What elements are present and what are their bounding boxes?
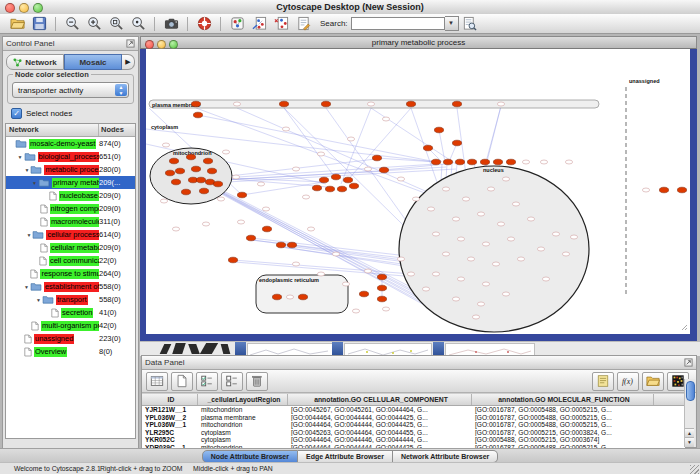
tree-row-biological-process[interactable]: ▼biological_process651(0) (6, 150, 135, 163)
col-id[interactable]: ID (142, 394, 198, 405)
graph-node-highlighted[interactable] (325, 186, 334, 192)
minimize-window-button[interactable] (19, 3, 29, 13)
cell-region[interactable]: cytoplasm (198, 429, 288, 437)
graph-node-unselected[interactable] (502, 292, 509, 296)
tree-row-overview[interactable]: Overview8(0) (6, 345, 135, 358)
graph-node-highlighted[interactable] (337, 186, 346, 192)
cell-id[interactable]: YJR121W__1 (142, 406, 198, 414)
cell-region[interactable]: cytoplasm (198, 436, 288, 444)
cell-go-component[interactable]: [GO:0045267, GO:0045261, GO:0044464, G..… (288, 406, 472, 414)
expand-triangle-icon[interactable]: ▼ (23, 167, 30, 173)
graph-node-unselected[interactable] (257, 182, 264, 186)
graph-node-unselected[interactable] (347, 137, 354, 141)
graph-node-unselected[interactable] (222, 150, 229, 154)
graph-node-highlighted[interactable] (331, 174, 340, 180)
graph-node-unselected[interactable] (642, 188, 649, 192)
select-all-attributes-icon[interactable] (196, 372, 218, 391)
graph-node-highlighted[interactable] (165, 170, 174, 176)
tab-mosaic[interactable]: Mosaic (64, 54, 122, 70)
graph-node-unselected[interactable] (382, 117, 389, 121)
graph-node-highlighted[interactable] (480, 159, 489, 165)
expand-triangle-icon[interactable]: ▼ (25, 232, 32, 238)
node-color-dropdown[interactable]: transporter activity ▲▼ (12, 82, 129, 98)
tree-row-response-to-stimulu[interactable]: response to stimulu264(0) (6, 267, 135, 280)
search-dropdown-arrow[interactable]: ▼ (445, 16, 459, 31)
graph-node-highlighted[interactable] (199, 188, 208, 194)
graph-node-highlighted[interactable] (191, 166, 200, 172)
col-go-molecular-function[interactable]: annotation.GO MOLECULAR_FUNCTION (472, 394, 654, 405)
graph-node-unselected[interactable] (482, 242, 489, 246)
network-graph[interactable]: plasma membrane cytoplasm mitochondrion … (146, 49, 690, 334)
import-attributes-icon[interactable] (642, 372, 664, 391)
window-resize-grip[interactable] (690, 465, 699, 474)
zoom-in-icon[interactable] (85, 16, 103, 32)
graph-node-highlighted[interactable] (467, 159, 476, 165)
graph-node-unselected[interactable] (412, 197, 419, 201)
delete-attribute-icon[interactable] (246, 372, 268, 391)
create-attribute-icon[interactable] (171, 372, 193, 391)
graph-node-unselected[interactable] (397, 257, 404, 261)
zoom-view-button[interactable] (169, 40, 178, 49)
graph-node-unselected[interactable] (497, 102, 504, 106)
cell-go-function[interactable]: [GO:0016787, GO:0005488, GO:0005215, G..… (472, 421, 654, 429)
cell-id[interactable]: YLR295C (142, 429, 198, 437)
close-view-button[interactable] (145, 40, 154, 49)
network-window-controls[interactable] (145, 40, 178, 49)
graph-node-highlighted[interactable] (493, 159, 502, 165)
graph-node-unselected[interactable] (497, 222, 504, 226)
graph-node-unselected[interactable] (307, 227, 314, 231)
open-session-icon[interactable] (8, 16, 26, 32)
graph-node-unselected[interactable] (482, 282, 489, 286)
graph-node-highlighted[interactable] (452, 101, 461, 107)
tree-col-network[interactable]: Network (6, 124, 99, 136)
graph-node-unselected[interactable] (477, 302, 484, 306)
graph-node-unselected[interactable] (562, 252, 569, 256)
cell-go-function[interactable]: [GO:0005488, GO:0005215, GO:0003674] (472, 436, 654, 444)
window-controls[interactable] (5, 3, 43, 13)
tree-row-secretion[interactable]: secretion41(0) (6, 306, 135, 319)
cell-go-component[interactable]: [GO:0045263, GO:0044464, GO:0044455, G..… (288, 429, 472, 437)
graph-node-highlighted[interactable] (196, 177, 205, 183)
cell-id[interactable]: YKR052C (142, 436, 198, 444)
graph-node-unselected[interactable] (432, 272, 439, 276)
graph-node-unselected[interactable] (427, 207, 434, 211)
minimized-window-separator[interactable] (332, 342, 343, 356)
graph-node-highlighted[interactable] (349, 183, 358, 189)
vizmapper-icon[interactable] (228, 16, 246, 32)
expand-triangle-icon[interactable]: ▼ (23, 284, 30, 290)
float-panel-icon[interactable] (126, 39, 135, 48)
graph-node-highlighted[interactable] (506, 159, 515, 165)
tab-network[interactable]: Network (6, 54, 64, 70)
graph-node-unselected[interactable] (317, 272, 324, 276)
cell-region[interactable]: mitochondrion (198, 421, 288, 429)
graph-node-unselected[interactable] (540, 160, 547, 164)
graph-node-unselected[interactable] (292, 262, 299, 266)
graph-node-unselected[interactable] (382, 307, 389, 311)
graph-node-unselected[interactable] (232, 175, 239, 179)
graph-node-highlighted[interactable] (359, 291, 368, 297)
graph-node-unselected[interactable] (317, 152, 324, 156)
graph-node-unselected[interactable] (282, 127, 289, 131)
graph-node-unselected[interactable] (217, 197, 224, 201)
cell-go-component[interactable]: [GO:0044464, GO:0044444, GO:0044425, G..… (288, 414, 472, 422)
graph-node-unselected[interactable] (352, 309, 359, 313)
minimized-window-separator[interactable] (433, 342, 444, 356)
select-nodes-checkbox[interactable]: ✓ (11, 108, 22, 119)
graph-node-highlighted[interactable] (191, 101, 200, 107)
zoom-out-icon[interactable] (63, 16, 81, 32)
cell-region[interactable]: plasma membrane (198, 414, 288, 422)
graph-node-unselected[interactable] (477, 212, 484, 216)
tree-row-cell-communicat[interactable]: cell communicat22(0) (6, 254, 135, 267)
graph-node-highlighted[interactable] (659, 187, 668, 193)
tree-col-nodes[interactable]: Nodes (99, 124, 135, 136)
graph-node-highlighted[interactable] (272, 294, 281, 300)
tree-row-nitrogen-compo[interactable]: nitrogen compo209(0) (6, 202, 135, 215)
graph-node-highlighted[interactable] (228, 257, 237, 263)
graph-node-unselected[interactable] (462, 197, 469, 201)
graph-node-unselected[interactable] (507, 237, 514, 241)
graph-node-highlighted[interactable] (175, 168, 184, 174)
scrollbar-thumb[interactable] (686, 381, 695, 401)
graph-node-highlighted[interactable] (343, 177, 352, 183)
graph-node-highlighted[interactable] (237, 192, 246, 198)
graph-node-highlighted[interactable] (443, 159, 452, 165)
